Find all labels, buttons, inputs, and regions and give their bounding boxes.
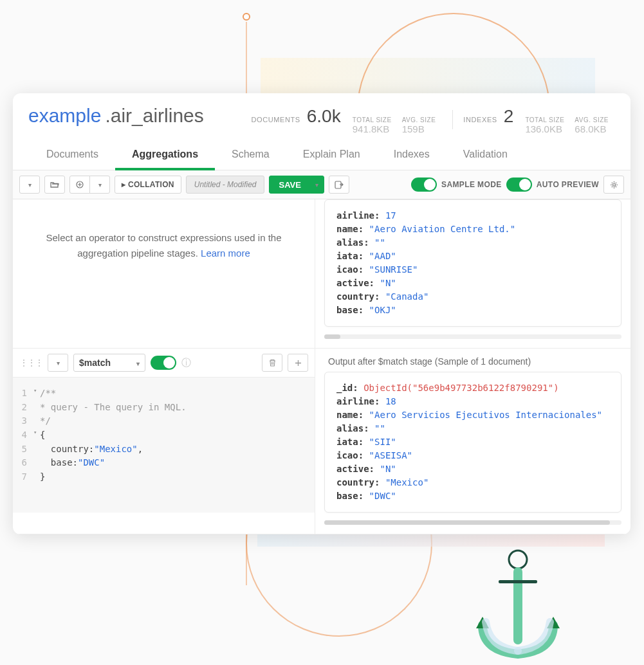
gear-icon bbox=[610, 181, 618, 189]
save-group: SAVE bbox=[269, 176, 324, 194]
indexes-label: INDEXES bbox=[463, 116, 497, 123]
idx-total-size: TOTAL SIZE 136.0KB bbox=[525, 116, 564, 134]
plus-circle-icon bbox=[76, 181, 84, 188]
pipeline-name[interactable]: Untitled - Modified bbox=[186, 176, 265, 194]
aggregation-toolbar: ▸ COLLATION Untitled - Modified SAVE SAM… bbox=[13, 170, 630, 199]
docs-total-size: TOTAL SIZE 941.8KB bbox=[353, 116, 392, 134]
source-scrollbar[interactable] bbox=[324, 334, 621, 339]
export-icon bbox=[335, 181, 344, 189]
plus-icon bbox=[295, 360, 302, 367]
sample-mode-label: SAMPLE MODE bbox=[441, 180, 502, 189]
tab-schema[interactable]: Schema bbox=[215, 141, 286, 170]
toggle-pipeline-button[interactable] bbox=[19, 176, 40, 194]
open-pipeline-button[interactable] bbox=[44, 176, 65, 194]
delete-stage-button[interactable] bbox=[262, 354, 282, 372]
folder-open-icon bbox=[50, 181, 59, 188]
stage-source-row: Select an operator to construct expressi… bbox=[13, 199, 630, 349]
tab-aggregations[interactable]: Aggregations bbox=[115, 141, 215, 170]
new-pipeline-group bbox=[69, 176, 110, 194]
new-pipeline-button[interactable] bbox=[69, 176, 90, 194]
stage-toolbar: ⋮⋮⋮ $match ⓘ bbox=[13, 349, 315, 378]
collation-button[interactable]: ▸ COLLATION bbox=[115, 176, 181, 194]
learn-more-link[interactable]: Learn more bbox=[201, 248, 250, 259]
info-icon: ⓘ bbox=[181, 357, 191, 369]
namespace-collection: .air_airlines bbox=[105, 105, 203, 127]
docs-avg-size: AVG. SIZE 159B bbox=[402, 116, 436, 134]
namespace-db: example bbox=[28, 105, 101, 127]
stage-enabled-toggle[interactable] bbox=[151, 356, 176, 370]
documents-label: DOCUMENTS bbox=[251, 116, 300, 123]
stage-output-document: _id: ObjectId("56e9b497732b6122f8790291"… bbox=[324, 372, 621, 513]
save-menu[interactable] bbox=[310, 176, 324, 194]
indexes-count: 2 bbox=[504, 106, 514, 127]
add-stage-button[interactable] bbox=[288, 354, 308, 372]
settings-button[interactable] bbox=[603, 176, 624, 194]
auto-preview-toggle[interactable] bbox=[506, 178, 532, 192]
drag-handle-icon[interactable]: ⋮⋮⋮ bbox=[19, 358, 42, 368]
stage-editor[interactable]: 1▾/** 2 * query - The query in MQL. 3 */… bbox=[13, 378, 315, 513]
export-button[interactable] bbox=[329, 176, 349, 194]
documents-count: 6.0k bbox=[307, 106, 341, 127]
operator-prompt: Select an operator to construct expressi… bbox=[13, 199, 315, 313]
stage-operator-select[interactable]: $match bbox=[73, 354, 145, 372]
tab-explain[interactable]: Explain Plan bbox=[286, 141, 377, 170]
svg-rect-2 bbox=[499, 580, 537, 583]
tab-documents[interactable]: Documents bbox=[30, 141, 115, 170]
save-button[interactable]: SAVE bbox=[269, 176, 310, 194]
tab-indexes[interactable]: Indexes bbox=[377, 141, 446, 170]
svg-rect-1 bbox=[513, 567, 522, 644]
tabs-bar: Documents Aggregations Schema Explain Pl… bbox=[13, 141, 630, 170]
source-document-card: airline: 17 name: "Aero Aviation Centre … bbox=[324, 199, 621, 327]
svg-point-0 bbox=[509, 551, 527, 569]
collapse-stage-button[interactable] bbox=[48, 354, 68, 372]
new-pipeline-menu[interactable] bbox=[89, 176, 110, 194]
collection-header: example.air_airlines DOCUMENTS 6.0k TOTA… bbox=[13, 93, 630, 141]
auto-preview-label: AUTO PREVIEW bbox=[537, 180, 599, 189]
stage-output-header: Output after $match stage (Sample of 1 d… bbox=[315, 349, 630, 372]
svg-point-5 bbox=[612, 183, 615, 186]
compass-window: example.air_airlines DOCUMENTS 6.0k TOTA… bbox=[13, 93, 630, 534]
anchor-illustration bbox=[463, 548, 573, 664]
trash-icon bbox=[269, 359, 276, 367]
stage-scrollbar[interactable] bbox=[324, 520, 621, 525]
stage-row-match: ⋮⋮⋮ $match ⓘ 1▾/** 2 * query - The query… bbox=[13, 349, 630, 534]
idx-avg-size: AVG. SIZE 68.0KB bbox=[575, 116, 609, 134]
tab-validation[interactable]: Validation bbox=[446, 141, 524, 170]
sample-mode-toggle[interactable] bbox=[411, 178, 437, 192]
